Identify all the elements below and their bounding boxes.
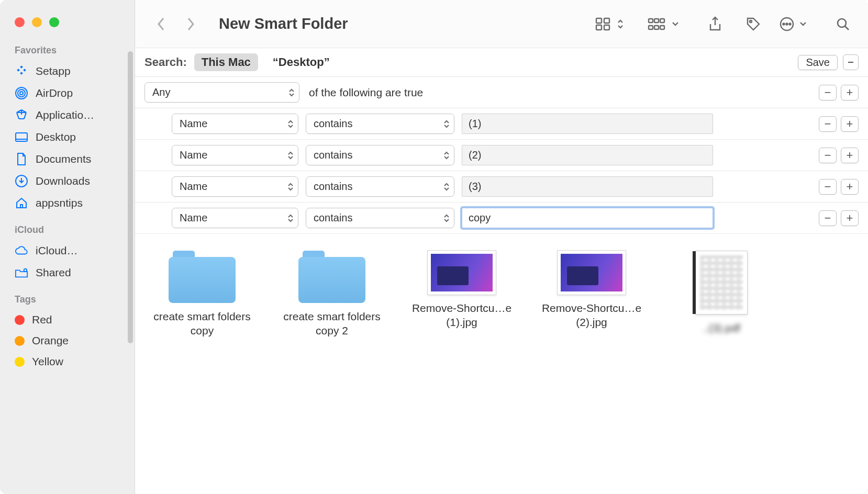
sidebar-item-documents[interactable]: Documents [0, 148, 135, 170]
chevron-updown-icon [617, 18, 624, 30]
select-value: contains [314, 149, 353, 161]
sidebar-tag-orange[interactable]: Orange [0, 330, 135, 351]
rule-attribute-select[interactable]: Name [172, 208, 298, 228]
rule-operator-select[interactable]: contains [306, 176, 454, 197]
sidebar-item-shared[interactable]: Shared [0, 262, 135, 284]
search-button[interactable] [830, 17, 855, 31]
add-rule-button[interactable]: + [841, 179, 859, 195]
sidebar-item-airdrop[interactable]: AirDrop [0, 82, 135, 104]
image-thumbnail [428, 251, 496, 295]
add-rule-button[interactable]: + [841, 210, 859, 226]
rule-attribute-select[interactable]: Name [172, 114, 298, 134]
add-rule-button[interactable]: + [841, 85, 859, 100]
results-grid: create smart folders copycreate smart fo… [135, 234, 868, 494]
main-content: New Smart Folder [135, 0, 868, 494]
svg-point-25 [789, 23, 791, 25]
share-button[interactable] [703, 16, 728, 32]
file-item[interactable]: Remove-Shortcu…e (1).jpg [409, 251, 514, 338]
rule-value-input[interactable] [462, 208, 713, 228]
sidebar-item-setapp[interactable]: Setapp [0, 60, 135, 82]
sidebar-section-icloud: iCloud [0, 221, 135, 240]
rule-value-input[interactable] [462, 145, 713, 165]
add-rule-button[interactable]: + [841, 116, 859, 132]
rule-row: Namecontains−+ [135, 171, 868, 203]
view-icons-button[interactable] [595, 16, 624, 32]
svg-point-24 [786, 23, 788, 25]
forward-button[interactable] [181, 15, 200, 33]
more-actions-button[interactable] [779, 16, 807, 32]
svg-point-23 [783, 23, 785, 25]
search-label: Search: [144, 55, 187, 69]
sidebar-scrollbar[interactable] [128, 51, 133, 343]
remove-rule-button[interactable]: − [819, 148, 837, 163]
svg-rect-7 [16, 133, 27, 141]
rule-operator-select[interactable]: contains [306, 145, 454, 165]
rule-match-select[interactable]: Any [144, 82, 299, 103]
sidebar-section-tags: Tags [0, 291, 135, 309]
sidebar-item-icloud-drive[interactable]: iCloud… [0, 240, 135, 262]
remove-rule-button[interactable]: − [819, 179, 837, 195]
folder-icon [169, 251, 236, 303]
rule-attribute-select[interactable]: Name [172, 176, 298, 197]
sidebar-tag-yellow[interactable]: Yellow [0, 351, 135, 372]
scope-this-mac[interactable]: This Mac [194, 53, 258, 71]
rule-attribute-select[interactable]: Name [172, 145, 298, 165]
setapp-icon [15, 64, 28, 78]
desktop-icon [15, 130, 28, 144]
sidebar-tag-label: Red [32, 313, 52, 326]
svg-point-10 [24, 269, 27, 272]
sidebar-item-applications[interactable]: Applicatio… [0, 104, 135, 126]
group-by-button[interactable] [647, 16, 680, 32]
close-window-button[interactable] [15, 17, 25, 27]
remove-search-button[interactable] [843, 54, 859, 70]
remove-rule-button[interactable]: − [819, 210, 837, 226]
save-smart-folder-button[interactable]: Save [798, 55, 838, 70]
chevron-updown-icon [443, 151, 450, 160]
sidebar-item-downloads[interactable]: Downloads [0, 170, 135, 192]
image-thumbnail [558, 251, 626, 295]
fullscreen-window-button[interactable] [49, 17, 59, 27]
sidebar-tag-label: Yellow [32, 355, 63, 368]
file-name-label: create smart folders copy 2 [280, 309, 384, 338]
svg-rect-19 [654, 26, 659, 29]
sidebar-item-label: Applicatio… [36, 109, 94, 121]
rule-value-input[interactable] [462, 176, 713, 197]
add-rule-button[interactable]: + [841, 148, 859, 163]
sidebar-item-label: appsntips [36, 197, 83, 209]
chevron-down-icon [671, 21, 680, 27]
select-value: contains [314, 181, 353, 193]
svg-rect-3 [20, 72, 23, 75]
file-item[interactable]: create smart folders copy 2 [280, 251, 384, 338]
scope-desktop[interactable]: “Desktop” [265, 53, 337, 71]
chevron-updown-icon [443, 183, 450, 191]
sidebar-tag-label: Orange [32, 334, 69, 347]
sidebar-tag-red[interactable]: Red [0, 309, 135, 330]
chevron-updown-icon [287, 151, 294, 160]
tag-color-dot [15, 357, 25, 367]
tags-button[interactable] [740, 16, 766, 32]
sidebar-item-desktop[interactable]: Desktop [0, 126, 135, 148]
svg-rect-14 [604, 25, 609, 30]
rule-row: Namecontains−+ [135, 108, 868, 140]
rule-value-input[interactable] [462, 114, 713, 134]
window-title: New Smart Folder [219, 15, 348, 32]
file-item[interactable]: create smart folders copy [150, 251, 254, 338]
back-button[interactable] [152, 15, 171, 33]
search-scope-bar: Search: This Mac “Desktop” Save [135, 48, 868, 77]
minimize-window-button[interactable] [32, 17, 42, 27]
svg-rect-2 [23, 69, 26, 72]
select-value: Any [152, 86, 170, 98]
chevron-updown-icon [288, 88, 295, 97]
svg-point-4 [20, 92, 23, 95]
toolbar: New Smart Folder [135, 0, 868, 48]
rule-row: Namecontains−+ [135, 140, 868, 171]
remove-rule-button[interactable]: − [819, 116, 837, 132]
file-item[interactable]: ..(3).pdf [669, 251, 774, 338]
rule-operator-select[interactable]: contains [306, 208, 454, 228]
file-item[interactable]: Remove-Shortcu…e (2).jpg [539, 251, 644, 338]
svg-rect-0 [20, 65, 23, 69]
remove-rule-button[interactable]: − [819, 85, 837, 100]
rule-operator-select[interactable]: contains [306, 114, 454, 134]
svg-point-26 [838, 19, 846, 27]
sidebar-item-home[interactable]: appsntips [0, 192, 135, 214]
